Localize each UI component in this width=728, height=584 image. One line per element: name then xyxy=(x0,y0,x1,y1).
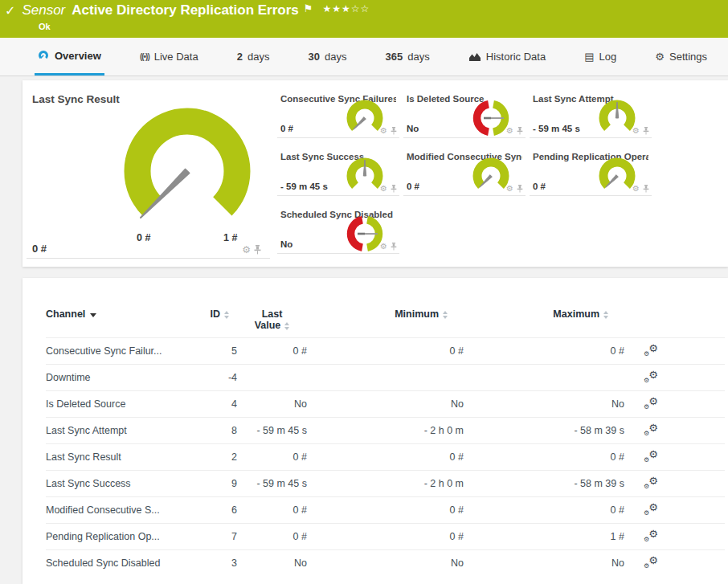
pin-icon[interactable] xyxy=(391,243,397,251)
pin-icon[interactable] xyxy=(391,127,397,135)
minimum-cell: 0 # xyxy=(307,338,464,365)
channel-row[interactable]: Scheduled Sync Disabled 3 No No No ⚙⚙ xyxy=(46,550,725,577)
channel-settings-gears-icon[interactable]: ⚙⚙ xyxy=(644,503,658,516)
main-gauge xyxy=(119,99,256,237)
boolean-gauge xyxy=(471,98,511,138)
channel-id-cell: 6 xyxy=(198,497,237,524)
channel-name-cell[interactable]: Is Deleted Source xyxy=(46,391,198,418)
gauge-icon xyxy=(38,50,50,61)
channel-settings-gears-icon[interactable]: ⚙⚙ xyxy=(644,370,658,383)
small-gauge xyxy=(345,98,385,138)
tab-365-days-label: days xyxy=(407,51,429,63)
log-list-icon: ▤ xyxy=(584,51,594,63)
main-gauge-max-label: 1 # xyxy=(223,232,237,243)
tab-2-days-label: days xyxy=(247,51,269,63)
last-value-cell: 0 # xyxy=(237,444,307,471)
channels-table-panel: Channel ID LastValue Minimum Maximum Con… xyxy=(22,278,728,584)
channel-row[interactable]: Last Sync Success 9 - 59 m 45 s - 2 h 0 … xyxy=(46,471,725,497)
channel-row[interactable]: Pending Replication Op... 7 0 # 0 # 1 # … xyxy=(46,524,725,550)
channel-gear-icon[interactable]: ⚙ xyxy=(380,185,387,193)
channel-settings-cell: ⚙⚙ xyxy=(624,391,681,418)
tab-live-data[interactable]: ((•)) Live Data xyxy=(137,38,202,76)
channel-gear-icon[interactable]: ⚙ xyxy=(632,185,640,193)
filler-cell xyxy=(681,471,725,497)
channel-name-cell[interactable]: Last Sync Success xyxy=(46,471,198,497)
column-header-maximum[interactable]: Maximum xyxy=(464,308,624,338)
gauge-cell: Last Sync Attempt - 59 m 45 s ⚙ xyxy=(530,80,652,138)
channel-settings-gears-icon[interactable]: ⚙⚙ xyxy=(644,423,658,436)
channel-name-cell[interactable]: Last Sync Result xyxy=(46,444,198,471)
channel-settings-cell: ⚙⚙ xyxy=(624,550,681,577)
filler-cell xyxy=(681,365,725,391)
broadcast-icon: ((•)) xyxy=(140,52,149,61)
channel-row[interactable]: Last Sync Result 2 0 # 0 # 0 # ⚙⚙ xyxy=(46,444,725,471)
channel-settings-gears-icon[interactable]: ⚙⚙ xyxy=(644,556,658,569)
tab-historic-data[interactable]: Historic Data xyxy=(465,38,549,76)
channel-gear-icon[interactable]: ⚙ xyxy=(632,127,640,135)
channel-gear-icon[interactable]: ⚙ xyxy=(242,245,251,255)
column-header-minimum[interactable]: Minimum xyxy=(307,308,464,338)
tab-overview-label: Overview xyxy=(55,50,101,62)
last-value-cell: No xyxy=(237,550,307,577)
gauges-panel: Last Sync Result 0 # 1 # 0 # ⚙ Consecuti… xyxy=(22,80,728,267)
pin-icon[interactable] xyxy=(517,185,523,193)
last-value-cell: 0 # xyxy=(237,497,307,524)
minimum-cell: No xyxy=(307,391,464,418)
channel-name-cell[interactable]: Pending Replication Op... xyxy=(46,524,198,550)
channel-name-cell[interactable]: Last Sync Attempt xyxy=(46,418,198,444)
last-value-cell xyxy=(237,365,307,391)
minimum-cell: No xyxy=(307,550,464,577)
channel-settings-gears-icon[interactable]: ⚙⚙ xyxy=(644,529,658,542)
channel-settings-gears-icon[interactable]: ⚙⚙ xyxy=(644,450,658,463)
last-value-cell: No xyxy=(237,391,307,418)
channel-gear-icon[interactable]: ⚙ xyxy=(380,127,387,135)
tab-30-days[interactable]: 30 days xyxy=(305,38,350,76)
pin-icon[interactable] xyxy=(254,245,261,255)
column-header-last-value[interactable]: LastValue xyxy=(237,308,307,338)
tab-overview[interactable]: Overview xyxy=(35,38,104,76)
channel-settings-gears-icon[interactable]: ⚙⚙ xyxy=(644,397,658,410)
channel-settings-cell: ⚙⚙ xyxy=(624,365,681,391)
channel-row[interactable]: Modified Consecutive S... 6 0 # 0 # 0 # … xyxy=(46,497,725,524)
filler-cell xyxy=(681,497,725,524)
channel-settings-cell: ⚙⚙ xyxy=(624,418,681,444)
channel-settings-cell: ⚙⚙ xyxy=(624,444,681,471)
tab-365-days[interactable]: 365 days xyxy=(382,38,433,76)
channel-gear-icon[interactable]: ⚙ xyxy=(506,185,513,193)
pin-icon[interactable] xyxy=(643,185,649,193)
main-gauge-value: 0 # xyxy=(32,243,47,255)
sort-arrows-icon xyxy=(443,311,448,319)
column-header-channel[interactable]: Channel xyxy=(46,308,198,338)
channel-id-cell: 5 xyxy=(198,338,237,365)
pin-icon[interactable] xyxy=(517,127,523,135)
channel-gear-icon[interactable]: ⚙ xyxy=(380,243,387,251)
channel-row[interactable]: Last Sync Attempt 8 - 59 m 45 s - 2 h 0 … xyxy=(46,418,725,444)
small-gauges-grid: Consecutive Sync Failures 0 # ⚙ Is Delet… xyxy=(277,80,652,254)
pin-icon[interactable] xyxy=(391,185,397,193)
maximum-cell xyxy=(464,365,624,391)
channel-name-cell[interactable]: Consecutive Sync Failur... xyxy=(46,338,198,365)
channel-settings-gears-icon[interactable]: ⚙⚙ xyxy=(644,344,658,357)
gauge-value: 0 # xyxy=(407,182,419,191)
main-gauge-cell: Last Sync Result 0 # 1 # 0 # ⚙ xyxy=(27,80,270,259)
column-header-id[interactable]: ID xyxy=(198,308,237,338)
priority-stars[interactable]: ★★★☆☆ xyxy=(322,3,370,14)
sort-arrows-icon xyxy=(224,311,229,319)
minimum-cell xyxy=(307,365,464,391)
tab-settings[interactable]: ⚙ Settings xyxy=(652,38,710,76)
channel-row[interactable]: Downtime -4 ⚙⚙ xyxy=(46,365,725,391)
channel-name-cell[interactable]: Downtime xyxy=(46,365,198,391)
tab-log[interactable]: ▤ Log xyxy=(581,38,620,76)
channel-gear-icon[interactable]: ⚙ xyxy=(506,127,513,135)
tab-2-days[interactable]: 2 days xyxy=(234,38,273,76)
boolean-gauge xyxy=(345,214,385,254)
channel-name-cell[interactable]: Scheduled Sync Disabled xyxy=(46,550,198,577)
flag-icon[interactable]: ⚑ xyxy=(304,2,313,14)
channel-settings-gears-icon[interactable]: ⚙⚙ xyxy=(644,476,658,489)
channel-settings-cell: ⚙⚙ xyxy=(624,471,681,497)
pin-icon[interactable] xyxy=(643,127,649,135)
channel-name-cell[interactable]: Modified Consecutive S... xyxy=(46,497,198,524)
channel-row[interactable]: Consecutive Sync Failur... 5 0 # 0 # 0 #… xyxy=(46,338,725,365)
channel-row[interactable]: Is Deleted Source 4 No No No ⚙⚙ xyxy=(46,391,725,418)
tab-30-days-number: 30 xyxy=(309,51,320,63)
